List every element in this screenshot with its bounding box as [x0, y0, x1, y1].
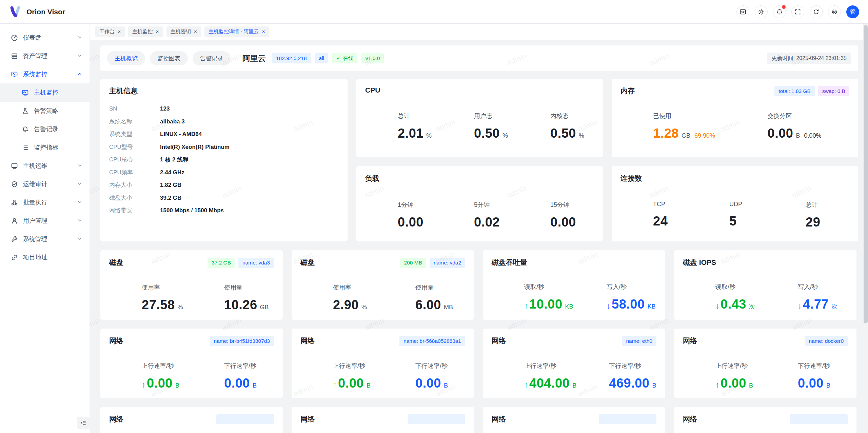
- stat-down-rate: 下行速率/秒 0.00B: [765, 362, 848, 391]
- notifications-button[interactable]: [773, 5, 786, 18]
- stat-label: UDP: [729, 201, 773, 208]
- tab-label: 主机密钥: [171, 28, 191, 35]
- stat-number: 0.00: [550, 215, 576, 230]
- trend-up-arrow: ↑: [524, 380, 528, 390]
- network-card-br-b451: 网络 name: br-b451fd3807d3 上行速率/秒 ↑0.00B 下…: [100, 329, 283, 398]
- partial-card: 网络: [483, 407, 665, 433]
- stat-number: 0.00: [398, 215, 423, 230]
- stat-unit: KB: [565, 303, 573, 310]
- card-head: 网络: [300, 414, 465, 424]
- stat-value: ↑404.00B: [524, 376, 576, 391]
- watermark-text: admin: [90, 316, 101, 332]
- close-icon[interactable]: ×: [156, 29, 159, 35]
- stat-number: 0.00: [798, 376, 824, 391]
- sidebar-item-user-mgmt[interactable]: 用户管理: [0, 212, 90, 230]
- tab-host-monitor-detail[interactable]: 主机监控详情 - 阿里云 ×: [204, 26, 269, 37]
- check-icon: ✓: [336, 55, 341, 61]
- stat-label: 读取/秒: [715, 283, 765, 291]
- view-tab-alert-records[interactable]: 告警记录: [193, 51, 231, 65]
- sidebar-item-metrics[interactable]: 监控指标: [0, 138, 90, 157]
- interface-name-badge: [408, 414, 465, 424]
- sidebar-item-project-link[interactable]: 项目地址: [0, 248, 90, 267]
- stat-memory-used: 已使用 1.28GB69.90%: [620, 112, 735, 141]
- link-icon: [11, 254, 18, 261]
- tab-workbench[interactable]: 工作台 ×: [95, 26, 125, 37]
- settings-button[interactable]: [828, 5, 841, 18]
- tab-host-monitor[interactable]: 主机监控 ×: [128, 26, 163, 37]
- sidebar-item-host-monitor[interactable]: 主机监控: [0, 83, 90, 102]
- tab-label: 工作台: [99, 28, 115, 35]
- memory-total-badge: total: 1.83 GB: [774, 86, 815, 96]
- sidebar-item-assets[interactable]: 资产管理: [0, 47, 90, 65]
- stat-label: 下行速率/秒: [798, 362, 848, 370]
- view-tab-charts[interactable]: 监控图表: [150, 51, 188, 65]
- network-card-br-568a: 网络 name: br-568a052863a1 上行速率/秒 ↑0.00B 下…: [292, 329, 474, 398]
- stat-value: 24: [653, 214, 697, 229]
- close-icon[interactable]: ×: [118, 29, 121, 35]
- stat-value: 2.90%: [333, 298, 383, 312]
- stat-unit: B: [175, 382, 179, 389]
- card-badges: 200 MB name: vda2: [400, 258, 465, 268]
- stat-number: 0.50: [550, 126, 576, 141]
- info-value: Intel(R) Xeon(R) Platinum: [160, 143, 230, 151]
- stat-value: 0.00B: [224, 376, 274, 391]
- card-title: 磁盘 IOPS: [683, 258, 848, 267]
- sidebar-item-alert-policy[interactable]: 告警策略: [0, 102, 90, 120]
- card-head: 网络: [109, 414, 274, 424]
- card-head: 网络 name: docker0: [683, 336, 848, 346]
- stat-number: 1.28: [653, 126, 679, 141]
- status-badge: ✓ 在线: [332, 53, 357, 63]
- sidebar-item-batch-exec[interactable]: 批量执行: [0, 193, 90, 212]
- close-icon[interactable]: ×: [194, 29, 197, 35]
- sidebar-item-dashboard[interactable]: 仪表盘: [0, 28, 90, 47]
- cluster-icon: [11, 199, 18, 206]
- stat-up-rate: 上行速率/秒 ↑0.00B: [300, 362, 383, 391]
- stat-value: 469.00B: [609, 376, 656, 391]
- network-stats: 上行速率/秒 ↑0.00B 下行速率/秒 0.00B: [300, 362, 465, 391]
- stat-value: 0.00B0.00%: [768, 126, 850, 141]
- stat-value: 29: [806, 215, 849, 230]
- refresh-button[interactable]: [810, 5, 823, 18]
- sidebar-item-alert-records[interactable]: 告警记录: [0, 120, 90, 138]
- stat-conn-total: 总计 29: [773, 201, 849, 230]
- tab-host-keys[interactable]: 主机密钥 ×: [166, 26, 201, 37]
- scrollbar-thumb[interactable]: [864, 25, 868, 323]
- stat-label: 总计: [398, 112, 441, 120]
- fullscreen-button[interactable]: [791, 5, 804, 18]
- close-icon[interactable]: ×: [262, 29, 265, 35]
- wrench-icon: [11, 236, 18, 243]
- flask-icon: [22, 107, 29, 115]
- user-badge: ali: [315, 53, 329, 63]
- info-label: CPU型号: [109, 143, 160, 151]
- host-header-card: 主机概览 监控图表 告警记录 阿里云 182.92.5.218 ali ✓ 在线…: [100, 45, 858, 71]
- sidebar-item-host-ops[interactable]: 主机运维: [0, 157, 90, 175]
- sidebar-collapse-button[interactable]: [77, 417, 90, 429]
- card-title: 磁盘吞吐量: [492, 258, 656, 267]
- stat-label: 上行速率/秒: [142, 362, 192, 370]
- fullscreen-icon: [794, 8, 801, 15]
- watermark-text: admin: [90, 52, 101, 68]
- info-row: CPU频率2.44 GHz: [109, 169, 339, 176]
- stat-label: 下行速率/秒: [224, 362, 274, 370]
- code-button[interactable]: [736, 5, 749, 18]
- memory-stats: 已使用 1.28GB69.90% 交换分区 0.00B0.00%: [620, 112, 849, 141]
- stat-down-rate: 下行速率/秒 469.00B: [576, 362, 656, 391]
- card-head: 磁盘 37.2 GB name: vda3: [109, 258, 274, 268]
- card-title: 主机信息: [109, 86, 339, 96]
- cpu-card: CPU 总计 2.01% 用户态 0.50% 内核态 0.50%: [356, 79, 603, 157]
- user-avatar[interactable]: 管: [846, 5, 859, 18]
- scrollbar[interactable]: [863, 24, 868, 433]
- disk-name-badge: name: vda2: [430, 258, 465, 268]
- info-value: 1.82 GB: [160, 181, 181, 189]
- stat-value: 0.00B: [415, 376, 465, 391]
- info-row: SN123: [109, 105, 339, 112]
- disk-card-vda2: 磁盘 200 MB name: vda2 使用率 2.90% 使用量 6.00M…: [292, 250, 474, 320]
- stat-number: 2.01: [398, 126, 423, 141]
- ip-badge: 182.92.5.218: [272, 53, 311, 63]
- theme-button[interactable]: [755, 5, 768, 18]
- sidebar-item-system-monitor[interactable]: 系统监控: [0, 65, 90, 83]
- sidebar-item-system-mgmt[interactable]: 系统管理: [0, 230, 90, 248]
- stat-label: 已使用: [653, 112, 735, 120]
- view-tab-overview[interactable]: 主机概览: [107, 51, 145, 65]
- sidebar-item-ops-audit[interactable]: 运维审计: [0, 175, 90, 193]
